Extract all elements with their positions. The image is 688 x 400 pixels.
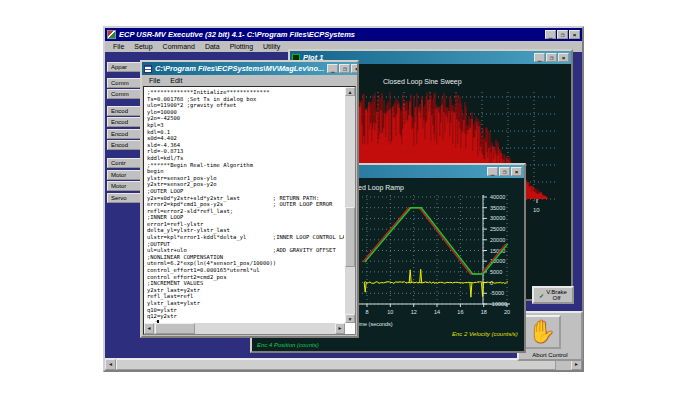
check-icon: ✓ bbox=[539, 292, 544, 299]
code-editor-text[interactable]: ;*************Initialize************* Ts… bbox=[147, 89, 344, 322]
svg-text:40000: 40000 bbox=[490, 194, 505, 200]
scrollbar-thumb[interactable] bbox=[345, 207, 355, 267]
menu-item-data[interactable]: Data bbox=[200, 43, 225, 50]
scrollbar-thumb[interactable] bbox=[116, 359, 556, 370]
maximize-icon[interactable]: ❐ bbox=[557, 30, 568, 39]
abort-panel: ✋ Abort Control bbox=[517, 311, 583, 361]
menu-item-file[interactable]: File bbox=[144, 77, 165, 84]
menu-item-file[interactable]: File bbox=[108, 43, 129, 50]
minimize-icon[interactable]: _ bbox=[534, 53, 545, 62]
svg-text:-5000: -5000 bbox=[490, 290, 504, 296]
menu-item-edit[interactable]: Edit bbox=[165, 77, 187, 84]
editor-menubar: FileEdit bbox=[142, 75, 357, 86]
legend-enc2-velocity: Enc 2 Velocity (counts/s) bbox=[452, 331, 518, 337]
svg-text:10: 10 bbox=[533, 207, 540, 213]
maximize-icon[interactable]: ❐ bbox=[546, 53, 557, 62]
svg-text:-10000: -10000 bbox=[490, 301, 507, 307]
scroll-left-icon[interactable]: ◄ bbox=[105, 359, 116, 370]
svg-text:14: 14 bbox=[434, 309, 440, 315]
sweep-chart-title: Closed Loop Sine Sweep bbox=[383, 78, 462, 85]
v-brake-button[interactable]: ✓ V.Brake Off bbox=[532, 286, 574, 304]
close-icon[interactable]: × bbox=[511, 167, 522, 176]
editor-titlebar[interactable]: C:\Program Files\ECPSystems\MV\MagLev\no… bbox=[142, 62, 357, 75]
mdi-horizontal-scrollbar[interactable]: ◄ ► bbox=[105, 358, 582, 370]
svg-text:5000: 5000 bbox=[490, 269, 502, 275]
svg-text:20000: 20000 bbox=[490, 237, 505, 243]
close-icon[interactable]: × bbox=[569, 30, 580, 39]
svg-text:18: 18 bbox=[481, 309, 487, 315]
svg-text:30000: 30000 bbox=[490, 215, 505, 221]
app-icon bbox=[107, 30, 116, 39]
legend-enc4-position: Enc 4 Position (counts) bbox=[257, 342, 319, 348]
minimize-icon[interactable]: _ bbox=[545, 30, 556, 39]
document-icon bbox=[144, 65, 152, 73]
close-icon[interactable]: × bbox=[351, 64, 357, 73]
hand-icon: ✋ bbox=[528, 319, 555, 344]
horizontal-scrollbar[interactable]: ◄ ► bbox=[144, 323, 345, 334]
main-titlebar[interactable]: ECP USR-MV Executive (32 bit) 4.1- C:\Pr… bbox=[105, 28, 582, 41]
maximize-icon[interactable]: ❐ bbox=[339, 64, 350, 73]
scroll-up-icon[interactable]: ▲ bbox=[345, 87, 355, 96]
svg-text:35000: 35000 bbox=[490, 205, 505, 211]
editor-window: C:\Program Files\ECPSystems\MV\MagLev\no… bbox=[140, 60, 359, 338]
menu-item-utility[interactable]: Utility bbox=[258, 43, 285, 50]
minimize-icon[interactable]: _ bbox=[327, 64, 338, 73]
scroll-down-icon[interactable]: ▼ bbox=[345, 314, 355, 323]
svg-text:20: 20 bbox=[504, 309, 510, 315]
abort-control-label: Abort Control bbox=[519, 352, 581, 358]
minimize-icon[interactable]: _ bbox=[487, 167, 498, 176]
svg-text:10: 10 bbox=[387, 309, 393, 315]
scroll-right-icon[interactable]: ► bbox=[335, 323, 345, 334]
editor-title: C:\Program Files\ECPSystems\MV\MagLev\no… bbox=[155, 64, 324, 73]
main-window-title: ECP USR-MV Executive (32 bit) 4.1- C:\Pr… bbox=[119, 30, 542, 39]
v-brake-label: V.Brake Off bbox=[546, 289, 567, 301]
svg-text:16: 16 bbox=[457, 309, 463, 315]
editor-body: ;*************Initialize************* Ts… bbox=[143, 86, 356, 335]
maximize-icon[interactable]: ❐ bbox=[499, 167, 510, 176]
desktop: ECP USR-MV Executive (32 bit) 4.1- C:\Pr… bbox=[0, 0, 688, 400]
svg-text:12: 12 bbox=[411, 309, 417, 315]
menu-item-setup[interactable]: Setup bbox=[129, 43, 157, 50]
close-icon[interactable]: × bbox=[558, 53, 569, 62]
vertical-scrollbar[interactable]: ▲ ▼ bbox=[345, 87, 355, 323]
scroll-left-icon[interactable]: ◄ bbox=[144, 323, 154, 334]
menu-item-plotting[interactable]: Plotting bbox=[225, 43, 258, 50]
menu-item-command[interactable]: Command bbox=[158, 43, 200, 50]
svg-text:8: 8 bbox=[365, 309, 368, 315]
ramp-x-axis-label: Time (seconds) bbox=[355, 321, 393, 327]
abort-control-button[interactable]: ✋ bbox=[523, 315, 561, 349]
svg-text:25000: 25000 bbox=[490, 226, 505, 232]
scrollbar-thumb[interactable] bbox=[155, 323, 195, 334]
